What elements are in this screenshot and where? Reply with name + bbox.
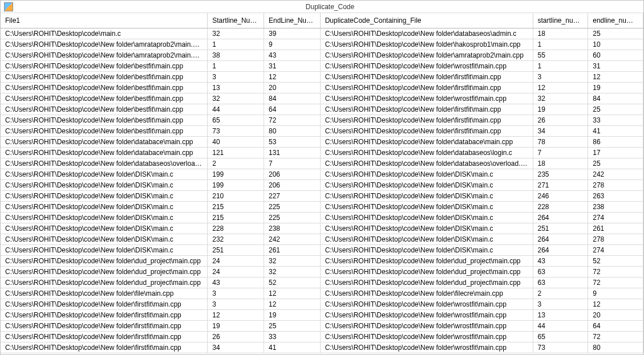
cell-end2: 41 <box>588 126 643 137</box>
col-endline2[interactable]: endline_number <box>588 13 643 28</box>
cell-end2: 84 <box>588 93 643 104</box>
cell-end2: 238 <box>588 202 643 213</box>
table-row[interactable]: C:\Users\ROHIT\Desktop\code\New folder\b… <box>1 61 643 72</box>
table-row[interactable]: C:\Users\ROHIT\Desktop\code\New folder\b… <box>1 72 643 83</box>
table-row[interactable]: C:\Users\ROHIT\Desktop\code\New folder\a… <box>1 50 643 61</box>
cell-file2: C:\Users\ROHIT\Desktop\code\New folder\f… <box>320 115 533 126</box>
cell-start1: 43 <box>208 278 264 288</box>
cell-end1: 80 <box>264 126 320 137</box>
table-row[interactable]: C:\Users\ROHIT\Desktop\code\New folder\D… <box>1 213 643 223</box>
cell-start1: 44 <box>208 104 264 115</box>
cell-end2: 25 <box>588 28 643 39</box>
cell-file1: C:\Users\ROHIT\Desktop\code\New folder\b… <box>1 83 208 93</box>
cell-file2: C:\Users\ROHIT\Desktop\code\New folder\w… <box>320 332 533 342</box>
table-row[interactable]: C:\Users\ROHIT\Desktop\code\New folder\a… <box>1 39 643 50</box>
table-header: File1 Startline_Number EndLine_Number Du… <box>1 13 643 28</box>
cell-end1: 261 <box>264 245 320 256</box>
cell-file1: C:\Users\ROHIT\Desktop\code\New folder\f… <box>1 288 208 299</box>
cell-start1: 32 <box>208 28 264 39</box>
table-scroll-area[interactable]: File1 Startline_Number EndLine_Number Du… <box>1 13 643 354</box>
table-row[interactable]: C:\Users\ROHIT\Desktop\code\New folder\f… <box>1 321 643 332</box>
cell-end2: 20 <box>588 310 643 321</box>
table-row[interactable]: C:\Users\ROHIT\Desktop\code\New folder\d… <box>1 148 643 158</box>
table-row[interactable]: C:\Users\ROHIT\Desktop\code\New folder\b… <box>1 93 643 104</box>
app-window: Duplicate_Code File1 Startline_Number En… <box>0 0 644 355</box>
col-file1[interactable]: File1 <box>1 13 208 28</box>
cell-file1: C:\Users\ROHIT\Desktop\code\New folder\b… <box>1 126 208 137</box>
cell-file2: C:\Users\ROHIT\Desktop\code\New folder\d… <box>320 28 533 39</box>
table-row[interactable]: C:\Users\ROHIT\Desktop\code\New folder\d… <box>1 267 643 278</box>
cell-file1: C:\Users\ROHIT\Desktop\code\New folder\D… <box>1 223 208 234</box>
table-row[interactable]: C:\Users\ROHIT\Desktop\code\New folder\d… <box>1 278 643 288</box>
table-row[interactable]: C:\Users\ROHIT\Desktop\code\New folder\d… <box>1 256 643 267</box>
cell-end2: 12 <box>588 72 643 83</box>
table-row[interactable]: C:\Users\ROHIT\Desktop\code\New folder\D… <box>1 234 643 245</box>
table-row[interactable]: C:\Users\ROHIT\Desktop\code\New folder\b… <box>1 104 643 115</box>
cell-file2: C:\Users\ROHIT\Desktop\code\New folder\d… <box>320 148 533 158</box>
table-row[interactable]: C:\Users\ROHIT\Desktop\code\New folder\D… <box>1 223 643 234</box>
cell-start1: 2 <box>208 158 264 169</box>
table-row[interactable]: C:\Users\ROHIT\Desktop\code\New folder\f… <box>1 299 643 310</box>
cell-start2: 1 <box>533 61 588 72</box>
cell-end2: 9 <box>588 288 643 299</box>
cell-end1: 227 <box>264 191 320 202</box>
cell-end2: 25 <box>588 158 643 169</box>
cell-file2: C:\Users\ROHIT\Desktop\code\New folder\f… <box>320 126 533 137</box>
table-row[interactable]: C:\Users\ROHIT\Desktop\code\New folder\D… <box>1 191 643 202</box>
table-row[interactable]: C:\Users\ROHIT\Desktop\code\New folder\D… <box>1 180 643 191</box>
col-startline2[interactable]: startline_number <box>533 13 588 28</box>
cell-start2: 246 <box>533 191 588 202</box>
cell-end2: 52 <box>588 256 643 267</box>
cell-end1: 12 <box>264 72 320 83</box>
cell-file2: C:\Users\ROHIT\Desktop\code\New folder\D… <box>320 191 533 202</box>
table-row[interactable]: C:\Users\ROHIT\Desktop\code\New folder\f… <box>1 288 643 299</box>
table-row[interactable]: C:\Users\ROHIT\Desktop\code\main.c3239C:… <box>1 28 643 39</box>
cell-start1: 3 <box>208 299 264 310</box>
cell-end2: 80 <box>588 342 643 353</box>
cell-file1: C:\Users\ROHIT\Desktop\code\New folder\f… <box>1 342 208 353</box>
cell-file2: C:\Users\ROHIT\Desktop\code\New folder\w… <box>320 299 533 310</box>
cell-start1: 65 <box>208 115 264 126</box>
cell-end2: 242 <box>588 169 643 180</box>
table-row[interactable]: C:\Users\ROHIT\Desktop\code\New folder\d… <box>1 158 643 169</box>
cell-file1: C:\Users\ROHIT\Desktop\code\New folder\D… <box>1 180 208 191</box>
cell-start1: 73 <box>208 126 264 137</box>
col-endline1[interactable]: EndLine_Number <box>264 13 320 28</box>
col-file2[interactable]: DuplicateCode_Containing_File <box>320 13 533 28</box>
cell-start1: 1 <box>208 61 264 72</box>
cell-start2: 228 <box>533 202 588 213</box>
cell-file1: C:\Users\ROHIT\Desktop\code\New folder\d… <box>1 278 208 288</box>
col-startline1[interactable]: Startline_Number <box>208 13 264 28</box>
cell-file2: C:\Users\ROHIT\Desktop\code\New folder\D… <box>320 213 533 223</box>
cell-end2: 263 <box>588 191 643 202</box>
cell-file1: C:\Users\ROHIT\Desktop\code\New folder\D… <box>1 169 208 180</box>
cell-start1: 251 <box>208 245 264 256</box>
table-row[interactable]: C:\Users\ROHIT\Desktop\code\New folder\f… <box>1 332 643 342</box>
cell-end1: 225 <box>264 213 320 223</box>
cell-start1: 199 <box>208 169 264 180</box>
table-row[interactable]: C:\Users\ROHIT\Desktop\code\New folder\b… <box>1 83 643 93</box>
cell-end1: 12 <box>264 288 320 299</box>
cell-end2: 12 <box>588 299 643 310</box>
table-row[interactable]: C:\Users\ROHIT\Desktop\code\New folder\b… <box>1 126 643 137</box>
table-row[interactable]: C:\Users\ROHIT\Desktop\code\New folder\D… <box>1 245 643 256</box>
cell-start1: 34 <box>208 342 264 353</box>
table-row[interactable]: C:\Users\ROHIT\Desktop\code\New folder\D… <box>1 202 643 213</box>
table-row[interactable]: C:\Users\ROHIT\Desktop\code\New folder\f… <box>1 310 643 321</box>
titlebar[interactable]: Duplicate_Code <box>1 1 643 13</box>
cell-file2: C:\Users\ROHIT\Desktop\code\New folder\D… <box>320 180 533 191</box>
cell-file2: C:\Users\ROHIT\Desktop\code\New folder\d… <box>320 267 533 278</box>
cell-start2: 78 <box>533 137 588 148</box>
cell-start2: 13 <box>533 310 588 321</box>
cell-end2: 60 <box>588 50 643 61</box>
cell-start2: 55 <box>533 50 588 61</box>
table-row[interactable]: C:\Users\ROHIT\Desktop\code\New folder\d… <box>1 137 643 148</box>
table-row[interactable]: C:\Users\ROHIT\Desktop\code\New folder\D… <box>1 169 643 180</box>
cell-end1: 20 <box>264 83 320 93</box>
cell-file2: C:\Users\ROHIT\Desktop\code\New folder\f… <box>320 83 533 93</box>
cell-end2: 278 <box>588 234 643 245</box>
cell-start2: 19 <box>533 104 588 115</box>
table-row[interactable]: C:\Users\ROHIT\Desktop\code\New folder\b… <box>1 115 643 126</box>
table-row[interactable]: C:\Users\ROHIT\Desktop\code\New folder\f… <box>1 342 643 353</box>
cell-start1: 32 <box>208 93 264 104</box>
